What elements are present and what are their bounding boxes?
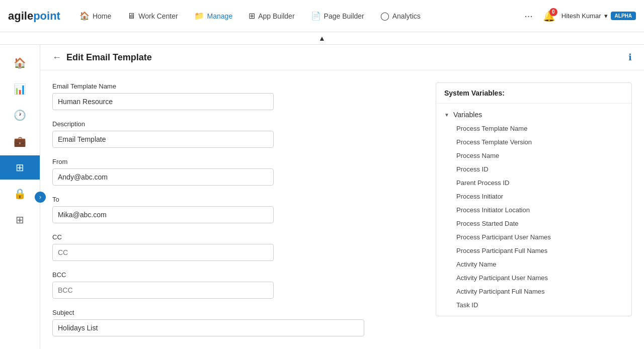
main-content: ← Edit Email Template ℹ Email Template N…	[40, 45, 644, 349]
var-group-label: Variables	[453, 111, 482, 119]
label-cc: CC	[52, 233, 424, 241]
var-item[interactable]: Process Participant Full Names	[436, 244, 631, 257]
form-body: Email Template NameDescriptionFromToCCBC…	[40, 70, 644, 349]
form-group-description: Description	[52, 120, 424, 148]
input-subject[interactable]	[52, 319, 364, 336]
var-item[interactable]: Process Started Date	[436, 217, 631, 230]
sidebar: 🏠📊🕐💼⊞🔒⊞›	[0, 45, 40, 349]
form-group-template-name: Email Template Name	[52, 82, 424, 110]
label-description: Description	[52, 120, 424, 128]
label-to: To	[52, 196, 424, 203]
sidebar-item-analytics[interactable]: 📊	[0, 77, 40, 101]
sys-vars-title: System Variables:	[436, 83, 631, 104]
sidebar-item-history[interactable]: 🕐	[0, 103, 40, 127]
form-left: Email Template NameDescriptionFromToCCBC…	[52, 82, 436, 346]
page-header: ← Edit Email Template ℹ	[40, 45, 644, 70]
var-item[interactable]: Activity Participant User Names	[436, 271, 631, 285]
notification-button[interactable]: 🔔 0	[543, 10, 555, 22]
analytics-icon: 📊	[14, 83, 26, 95]
analytics-icon: ◯	[380, 11, 389, 21]
var-item[interactable]: Process Initiator Location	[436, 203, 631, 217]
manage-icon: ⊞	[16, 161, 24, 173]
main-layout: 🏠📊🕐💼⊞🔒⊞› ← Edit Email Template ℹ Email T…	[0, 45, 644, 349]
form-group-to: To	[52, 196, 424, 223]
var-item[interactable]: Process Name	[436, 149, 631, 162]
input-template-name[interactable]	[52, 93, 274, 110]
info-icon[interactable]: ℹ	[628, 52, 632, 63]
sidebar-item-table[interactable]: ⊞	[0, 208, 40, 232]
nav-label-home: Home	[93, 12, 111, 20]
nav-items: 🏠Home🖥Work Center📁Manage⊞App Builder📄Pag…	[72, 7, 520, 25]
input-to[interactable]	[52, 206, 274, 223]
notification-badge: 0	[549, 8, 557, 16]
chevron-up-icon: ▲	[318, 34, 326, 42]
nav-item-home[interactable]: 🏠Home	[72, 7, 118, 25]
label-subject: Subject	[52, 309, 424, 316]
var-item[interactable]: Process Template Version	[436, 135, 631, 149]
dashboard-icon: 🏠	[14, 57, 26, 69]
sidebar-expand-button[interactable]: ›	[35, 192, 46, 203]
lock-icon: 🔒	[14, 188, 26, 200]
more-button[interactable]: ···	[520, 8, 537, 24]
user-name: Hitesh Kumar	[561, 12, 601, 20]
app-builder-icon: ⊞	[249, 11, 255, 21]
user-avatar: ALPHA	[611, 12, 636, 20]
form-group-from: From	[52, 158, 424, 186]
sidebar-item-briefcase[interactable]: 💼	[0, 129, 40, 153]
page-builder-icon: 📄	[311, 11, 321, 21]
work-center-icon: 🖥	[127, 12, 135, 21]
form-group-subject: Subject	[52, 309, 424, 336]
nav-right: ··· 🔔 0 Hitesh Kumar ▾ ALPHA	[520, 8, 636, 24]
input-description[interactable]	[52, 131, 274, 148]
nav-item-manage[interactable]: 📁Manage	[187, 7, 240, 25]
nav-item-app-builder[interactable]: ⊞App Builder	[242, 7, 301, 25]
input-bcc[interactable]	[52, 282, 274, 299]
logo-text: agilepoint	[8, 10, 60, 23]
chevron-down-icon: ▼	[444, 112, 449, 118]
label-template-name: Email Template Name	[52, 82, 424, 90]
page-title: Edit Email Template	[66, 52, 152, 63]
user-menu[interactable]: Hitesh Kumar ▾ ALPHA	[561, 12, 636, 20]
var-item[interactable]: Process Template Name	[436, 122, 631, 135]
page-header-left: ← Edit Email Template	[52, 52, 152, 63]
table-icon: ⊞	[16, 214, 24, 226]
sidebar-item-manage[interactable]: ⊞	[0, 155, 40, 180]
label-bcc: BCC	[52, 271, 424, 279]
nav-item-page-builder[interactable]: 📄Page Builder	[304, 7, 371, 25]
sys-vars-body: ▼VariablesProcess Template NameProcess T…	[436, 104, 631, 316]
history-icon: 🕐	[14, 109, 26, 121]
nav-label-app-builder: App Builder	[258, 12, 294, 20]
input-from[interactable]	[52, 168, 274, 186]
logo: agilepoint	[8, 10, 60, 23]
nav-label-analytics: Analytics	[392, 12, 421, 20]
var-item[interactable]: Activity Participant Full Names	[436, 285, 631, 298]
var-item[interactable]: Process Initiator	[436, 190, 631, 203]
nav-item-work-center[interactable]: 🖥Work Center	[120, 8, 185, 25]
form-group-cc: CC	[52, 233, 424, 261]
nav-label-manage: Manage	[207, 12, 233, 20]
back-button[interactable]: ←	[52, 52, 61, 63]
top-navigation: agilepoint 🏠Home🖥Work Center📁Manage⊞App …	[0, 0, 644, 32]
var-item[interactable]: Activity Name	[436, 257, 631, 271]
form-group-bcc: BCC	[52, 271, 424, 299]
var-item[interactable]: Process ID	[436, 162, 631, 176]
nav-label-work-center: Work Center	[138, 12, 178, 20]
nav-item-analytics[interactable]: ◯Analytics	[373, 7, 428, 25]
briefcase-icon: 💼	[14, 135, 26, 147]
sidebar-item-dashboard[interactable]: 🏠	[0, 51, 40, 75]
system-variables-panel: System Variables: ▼VariablesProcess Temp…	[436, 82, 632, 316]
home-icon: 🏠	[79, 11, 90, 21]
collapse-arrow[interactable]: ▲	[0, 32, 644, 45]
sidebar-item-lock[interactable]: 🔒	[0, 182, 40, 206]
input-cc[interactable]	[52, 244, 274, 261]
var-item[interactable]: Task ID	[436, 298, 631, 312]
var-group-variables[interactable]: ▼Variables	[436, 108, 631, 122]
var-item[interactable]: Parent Process ID	[436, 176, 631, 190]
label-from: From	[52, 158, 424, 165]
manage-icon: 📁	[194, 11, 204, 21]
var-item[interactable]: Process Participant User Names	[436, 230, 631, 244]
nav-label-page-builder: Page Builder	[324, 12, 364, 20]
